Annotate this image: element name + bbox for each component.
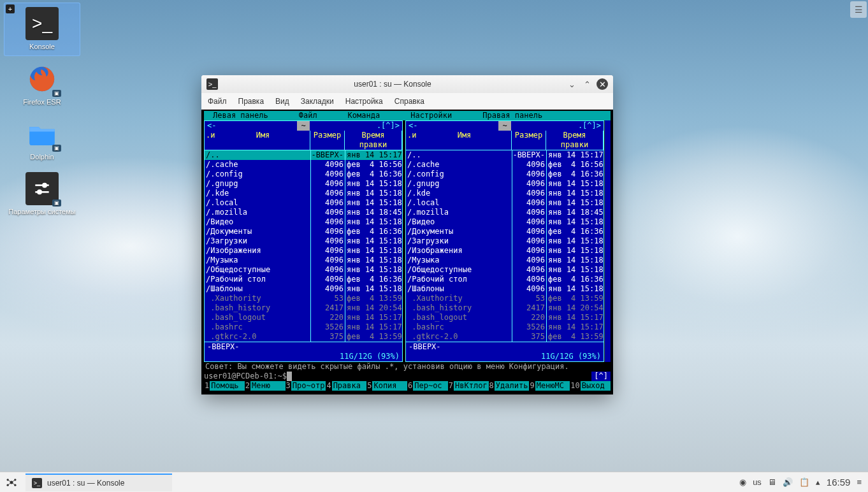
fkey-4[interactable]: 4Правка bbox=[326, 381, 366, 391]
file-row[interactable]: .bash_logout220янв 14 15:17 bbox=[406, 313, 604, 322]
terminal-scrollbar[interactable] bbox=[604, 120, 611, 362]
minimize-button[interactable]: ⌄ bbox=[566, 78, 577, 90]
menu-help[interactable]: Справка bbox=[394, 97, 424, 106]
mc-menu-right-panel[interactable]: Правая панель bbox=[479, 111, 546, 120]
file-row[interactable]: /.mozilla4096янв 14 18:45 bbox=[205, 208, 402, 217]
menu-edit[interactable]: Правка bbox=[238, 97, 264, 106]
terminal-area[interactable]: Левая панель Файл Команда Настройки Прав… bbox=[201, 110, 613, 394]
col-date[interactable]: Время правки bbox=[546, 131, 604, 150]
mc-right-path-text[interactable]: ~ bbox=[498, 121, 510, 131]
file-row[interactable]: /Изображения4096янв 14 15:18 bbox=[205, 246, 402, 256]
file-row[interactable]: .bashrc3526янв 14 15:17 bbox=[406, 322, 604, 332]
tray-volume-icon[interactable]: 🔊 bbox=[783, 477, 793, 487]
mc-menu-left-panel[interactable]: Левая панель bbox=[209, 111, 272, 120]
desktop-menu-button[interactable]: ☰ bbox=[850, 1, 867, 18]
file-row[interactable]: /.cache4096фев 4 16:56 bbox=[205, 160, 402, 170]
file-row[interactable]: .bash_history2417янв 14 20:54 bbox=[205, 303, 402, 313]
file-row[interactable]: /Рабочий стол4096фев 4 16:36 bbox=[406, 275, 604, 284]
file-row[interactable]: /Музыка4096янв 14 15:18 bbox=[406, 256, 604, 265]
fkey-9[interactable]: 9МенюMC bbox=[529, 381, 570, 391]
mc-menu-file[interactable]: Файл bbox=[295, 111, 321, 120]
col-sort[interactable]: .и bbox=[205, 131, 216, 150]
mc-menu-options[interactable]: Настройки bbox=[407, 111, 456, 120]
file-row[interactable]: /Документы4096фев 4 16:36 bbox=[205, 227, 402, 236]
menu-view[interactable]: Вид bbox=[275, 97, 289, 106]
start-button[interactable] bbox=[0, 472, 23, 493]
desktop-icon-konsole[interactable]: + >_ Konsole bbox=[4, 3, 80, 56]
file-row[interactable]: /Шаблоны4096янв 14 15:18 bbox=[205, 284, 402, 294]
col-name[interactable]: Имя bbox=[417, 131, 512, 150]
file-row[interactable]: /.cache4096фев 4 16:56 bbox=[406, 160, 604, 170]
fkey-3[interactable]: 3Про~отр bbox=[286, 381, 326, 391]
tray-accessibility-icon[interactable]: ◉ bbox=[739, 477, 746, 487]
fkey-2[interactable]: 2Меню bbox=[245, 381, 286, 391]
file-row[interactable]: .Xauthority53фев 4 13:59 bbox=[406, 294, 604, 303]
fkey-10[interactable]: 10Выход bbox=[570, 381, 611, 391]
tray-keyboard-layout[interactable]: us bbox=[753, 477, 762, 487]
file-row[interactable]: .bash_history2417янв 14 20:54 bbox=[406, 303, 604, 313]
fkey-6[interactable]: 6Пер~ос bbox=[407, 381, 448, 391]
close-button[interactable]: ✕ bbox=[597, 78, 608, 90]
file-row[interactable]: /.config4096фев 4 16:36 bbox=[205, 170, 402, 179]
window-titlebar[interactable]: >_ user01 : su — Konsole ⌄ ⌃ ✕ bbox=[201, 75, 613, 93]
tray-panel-menu-icon[interactable]: ≡ bbox=[857, 477, 862, 487]
col-date[interactable]: Время правки bbox=[345, 131, 402, 150]
file-row[interactable]: /Видео4096янв 14 15:18 bbox=[205, 217, 402, 227]
col-name[interactable]: Имя bbox=[216, 131, 310, 150]
mc-menu-command[interactable]: Команда bbox=[344, 111, 384, 120]
file-row[interactable]: /Общедоступные4096янв 14 15:18 bbox=[406, 265, 604, 275]
tray-clock[interactable]: 16:59 bbox=[827, 477, 851, 488]
desktop-icon-dolphin[interactable]: ▣ Dolphin bbox=[4, 113, 80, 166]
fkey-8[interactable]: 8Удалить bbox=[489, 381, 530, 391]
file-row[interactable]: /.gnupg4096янв 14 15:18 bbox=[406, 179, 604, 189]
file-size: 4096 bbox=[310, 265, 345, 275]
file-row[interactable]: /.gnupg4096янв 14 15:18 bbox=[205, 179, 402, 189]
desktop-icon-firefox[interactable]: ▣ Firefox ESR bbox=[4, 59, 80, 111]
file-row[interactable]: /.kde4096янв 14 15:18 bbox=[406, 189, 604, 198]
link-badge-icon: ▣ bbox=[52, 145, 61, 152]
fkey-5[interactable]: 5Копия bbox=[366, 381, 407, 391]
file-row[interactable]: .Xauthority53фев 4 13:59 bbox=[205, 294, 402, 303]
file-row[interactable]: /Музыка4096янв 14 15:18 bbox=[205, 256, 402, 265]
file-row[interactable]: /.config4096фев 4 16:36 bbox=[406, 170, 604, 179]
file-row[interactable]: /.local4096янв 14 15:18 bbox=[205, 198, 402, 208]
file-row[interactable]: /..-ВВЕРХ-янв 14 15:17 bbox=[406, 150, 604, 160]
mc-left-path-text[interactable]: ~ bbox=[297, 121, 309, 131]
fkey-7[interactable]: 7НвКтлог bbox=[448, 381, 489, 391]
file-row[interactable]: .bash_logout220янв 14 15:17 bbox=[205, 313, 402, 322]
maximize-button[interactable]: ⌃ bbox=[581, 78, 593, 90]
fkey-label: Копия bbox=[372, 381, 407, 391]
file-row[interactable]: /Загрузки4096янв 14 15:18 bbox=[406, 236, 604, 246]
file-row[interactable]: /Рабочий стол4096фев 4 16:36 bbox=[205, 275, 402, 284]
file-row[interactable]: /.mozilla4096янв 14 18:45 bbox=[406, 208, 604, 217]
mc-prompt[interactable]: user01@PCDeb-01:~$ [^] bbox=[204, 372, 611, 381]
file-row[interactable]: .gtkrc-2.0375фев 4 13:59 bbox=[205, 332, 402, 342]
fkey-1[interactable]: 1Помощь bbox=[204, 381, 245, 391]
menu-settings[interactable]: Настройка bbox=[345, 97, 383, 106]
system-tray: ◉ us 🖥 🔊 📋 ▴ 16:59 ≡ bbox=[733, 477, 868, 488]
file-row[interactable]: /.local4096янв 14 15:18 bbox=[406, 198, 604, 208]
col-size[interactable]: Размер bbox=[512, 131, 546, 150]
file-date: янв 14 15:18 bbox=[546, 246, 604, 256]
file-size: 4096 bbox=[512, 236, 546, 246]
taskbar-entry-konsole[interactable]: >_ user01 : su — Konsole bbox=[25, 474, 172, 491]
col-sort[interactable]: .и bbox=[406, 131, 417, 150]
desktop-icon-system-settings[interactable]: ▣ Параметры системы bbox=[4, 168, 80, 221]
file-row[interactable]: /Общедоступные4096янв 14 15:18 bbox=[205, 265, 402, 275]
file-row[interactable]: /.kde4096янв 14 15:18 bbox=[205, 189, 402, 198]
file-row[interactable]: /Изображения4096янв 14 15:18 bbox=[406, 246, 604, 256]
file-row[interactable]: /Документы4096фев 4 16:36 bbox=[406, 227, 604, 236]
file-row[interactable]: .bashrc3526янв 14 15:17 bbox=[205, 322, 402, 332]
file-row[interactable]: /Видео4096янв 14 15:18 bbox=[406, 217, 604, 227]
file-row[interactable]: /..-ВВЕРХ-янв 14 15:17 bbox=[205, 150, 402, 160]
tray-clipboard-icon[interactable]: 📋 bbox=[799, 477, 809, 487]
file-size: 4096 bbox=[512, 284, 546, 294]
tray-expand-icon[interactable]: ▴ bbox=[816, 477, 820, 487]
col-size[interactable]: Размер bbox=[310, 131, 345, 150]
tray-display-icon[interactable]: 🖥 bbox=[768, 477, 776, 487]
file-row[interactable]: /Шаблоны4096янв 14 15:18 bbox=[406, 284, 604, 294]
menu-file[interactable]: Файл bbox=[208, 97, 227, 106]
file-row[interactable]: /Загрузки4096янв 14 15:18 bbox=[205, 236, 402, 246]
menu-bookmarks[interactable]: Закладки bbox=[301, 97, 334, 106]
file-row[interactable]: .gtkrc-2.0375фев 4 13:59 bbox=[406, 332, 604, 342]
